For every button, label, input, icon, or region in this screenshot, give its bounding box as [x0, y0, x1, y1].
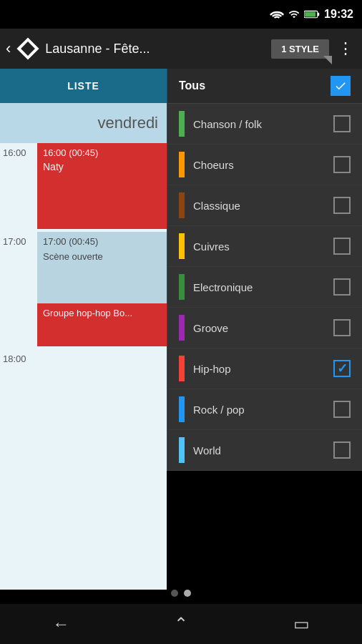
status-time: 19:32: [324, 8, 353, 21]
checkbox-world[interactable]: [333, 441, 351, 459]
event-hop-hop-label: Groupe hop-hop Bo...: [43, 308, 161, 318]
event-col-16: 16:00 (00:45) Naty: [37, 143, 167, 229]
genre-label-hiphop: Hip-hop: [193, 363, 333, 375]
checkbox-chanson[interactable]: [333, 115, 351, 132]
event-naty-name: Naty: [43, 161, 161, 172]
genre-label-rockpop: Rock / pop: [193, 404, 333, 416]
time-slot-16: 16:00 16:00 (00:45) Naty: [0, 143, 167, 229]
page-indicator: [0, 590, 362, 597]
event-col-17: 17:00 (00:45) Scène ouverte Groupe hop-h…: [37, 232, 167, 346]
genre-label-cuivres: Cuivres: [193, 240, 333, 253]
genre-label-electronique: Electronique: [193, 281, 333, 293]
event-scene-name: Scène ouverte: [43, 251, 161, 262]
calendar-events: 16:00 16:00 (00:45) Naty 17:00 17:00 (00…: [0, 143, 167, 364]
genre-item-groove[interactable]: Groove: [167, 308, 362, 348]
recent-button[interactable]: ▭: [279, 608, 324, 640]
signal-icon: [288, 9, 300, 20]
checkmark-hiphop: ✓: [337, 361, 348, 376]
checkbox-electronique[interactable]: [333, 278, 351, 296]
svg-rect-2: [318, 13, 319, 16]
home-button[interactable]: ⌃: [160, 608, 202, 640]
day-name: vendredi: [98, 114, 158, 132]
genre-item-world[interactable]: World: [167, 430, 362, 471]
svg-rect-1: [305, 11, 315, 16]
time-label-16: 16:00: [0, 143, 37, 158]
checkbox-choeurs[interactable]: [333, 156, 351, 173]
color-indicator-rockpop: [179, 396, 185, 422]
color-indicator-cuivres: [179, 233, 185, 259]
genre-item-electronique[interactable]: Electronique: [167, 267, 362, 308]
app-title: Lausanne - Fête...: [45, 42, 150, 57]
content-area: LISTE vendredi 16:00 16:00 (00:45) Naty: [0, 69, 362, 590]
status-bar: 19:32: [0, 0, 362, 29]
time-slot-18: 18:00: [0, 349, 167, 364]
genre-label-world: World: [193, 444, 333, 457]
page-dot-1: [171, 590, 178, 597]
genre-label-chanson: Chanson / folk: [193, 118, 333, 130]
genre-label-groove: Groove: [193, 322, 333, 334]
color-indicator-choeurs: [179, 152, 185, 177]
event-hop-hop[interactable]: Groupe hop-hop Bo...: [37, 303, 167, 346]
genre-item-cuivres[interactable]: Cuivres: [167, 226, 362, 267]
tous-label: Tous: [179, 79, 205, 92]
genre-item-choeurs[interactable]: Choeurs: [167, 145, 362, 185]
checkbox-classique[interactable]: [333, 197, 351, 214]
app-logo-icon: [16, 37, 39, 60]
back-button[interactable]: ←: [38, 608, 84, 640]
tous-checkbox-checked[interactable]: [331, 76, 351, 96]
app-bar: ‹ Lausanne - Fête... 1 STYLE ⋮: [0, 29, 362, 69]
checkbox-cuivres[interactable]: [333, 238, 351, 255]
day-header: vendredi: [0, 103, 167, 143]
genre-dropdown: Tous Chanson / folkChoeursClassiqueCuivr…: [167, 69, 362, 471]
genre-item-chanson[interactable]: Chanson / folk: [167, 104, 362, 145]
genre-label-choeurs: Choeurs: [193, 159, 333, 171]
tab-row: LISTE: [0, 69, 167, 103]
back-nav-icon[interactable]: ‹: [6, 39, 11, 58]
color-indicator-classique: [179, 192, 185, 218]
wifi-icon: [270, 9, 284, 20]
event-scene[interactable]: 17:00 (00:45) Scène ouverte: [37, 232, 167, 303]
tab-liste[interactable]: LISTE: [0, 69, 167, 103]
status-icons: 19:32: [270, 8, 353, 21]
color-indicator-hiphop: [179, 356, 185, 381]
checkbox-rockpop[interactable]: [333, 401, 351, 418]
checkbox-groove[interactable]: [333, 319, 351, 336]
color-indicator-groove: [179, 315, 185, 341]
genre-item-rockpop[interactable]: Rock / pop: [167, 389, 362, 430]
genre-item-hiphop[interactable]: Hip-hop✓: [167, 348, 362, 389]
color-indicator-world: [179, 437, 185, 463]
genre-label-classique: Classique: [193, 200, 333, 212]
calendar-panel: LISTE vendredi 16:00 16:00 (00:45) Naty: [0, 69, 167, 590]
checkbox-hiphop[interactable]: ✓: [333, 360, 351, 377]
genre-list: Chanson / folkChoeursClassiqueCuivresEle…: [167, 104, 362, 471]
color-indicator-electronique: [179, 274, 185, 300]
checkmark-icon: [334, 79, 347, 92]
event-scene-time: 17:00 (00:45): [43, 236, 161, 247]
bottom-nav: ← ⌃ ▭: [0, 604, 362, 644]
page-dot-2: [184, 590, 191, 597]
color-indicator-chanson: [179, 111, 185, 137]
dropdown-header: Tous: [167, 69, 362, 104]
style-button[interactable]: 1 STYLE: [271, 39, 329, 59]
time-slot-17: 17:00 17:00 (00:45) Scène ouverte Groupe…: [0, 232, 167, 346]
event-naty[interactable]: 16:00 (00:45) Naty: [37, 143, 167, 229]
app-bar-left: ‹ Lausanne - Fête...: [6, 37, 265, 60]
event-naty-time: 16:00 (00:45): [43, 147, 161, 158]
battery-icon: [304, 9, 320, 20]
genre-item-classique[interactable]: Classique: [167, 185, 362, 226]
time-label-17: 17:00: [0, 232, 37, 247]
time-label-18: 18:00: [0, 349, 37, 364]
more-options-icon[interactable]: ⋮: [335, 39, 356, 58]
